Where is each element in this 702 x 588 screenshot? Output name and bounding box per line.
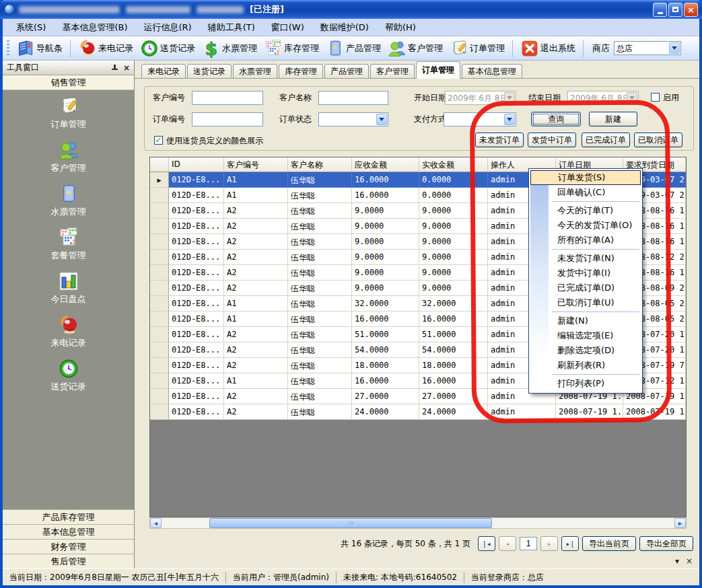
toolbar-call-log-button[interactable]: 来电记录 bbox=[75, 38, 136, 59]
cell-required-date[interactable]: 2008-07-19 1... bbox=[623, 404, 686, 420]
page-number-input[interactable] bbox=[520, 537, 537, 550]
sidebar-section-sales[interactable]: 销售管理 bbox=[3, 75, 134, 90]
cell-customer-name[interactable]: 伍华聪 bbox=[288, 219, 352, 234]
context-menu-item[interactable]: 已完成订单(D) bbox=[530, 281, 641, 295]
menu-item[interactable]: 窗口(W) bbox=[265, 20, 311, 35]
cell-customer-name[interactable]: 伍华聪 bbox=[288, 389, 352, 404]
cell-customer-name[interactable]: 伍华聪 bbox=[288, 234, 352, 250]
cell-received[interactable]: 0.0000 bbox=[419, 172, 488, 188]
cell-id[interactable]: 012D-E8... bbox=[169, 265, 224, 281]
sidebar-item-package-mgmt[interactable]: 套餐管理 bbox=[28, 227, 109, 262]
row-selector-cell[interactable]: ▶ bbox=[150, 281, 169, 296]
cell-received[interactable]: 32.0000 bbox=[419, 296, 488, 311]
shop-select[interactable]: 总店 bbox=[614, 41, 681, 55]
cell-customer-no[interactable]: A2 bbox=[224, 203, 288, 219]
column-header[interactable]: 实收金额 bbox=[419, 157, 488, 172]
cell-customer-name[interactable]: 伍华聪 bbox=[288, 281, 352, 296]
t[interactable]: 客户管理 bbox=[370, 64, 415, 78]
toolbar-customer-button[interactable]: 客户管理 bbox=[385, 38, 446, 59]
cell-received[interactable]: 54.0000 bbox=[419, 342, 488, 358]
cell-customer-no[interactable]: A2 bbox=[224, 404, 288, 420]
cell-receivable[interactable]: 9.0000 bbox=[352, 265, 419, 281]
cell-receivable[interactable]: 9.0000 bbox=[352, 203, 419, 219]
cell-receivable[interactable]: 51.0000 bbox=[352, 327, 419, 342]
cell-customer-no[interactable]: A2 bbox=[224, 234, 288, 250]
cell-received[interactable]: 0.0000 bbox=[419, 188, 488, 203]
scrollbar-track[interactable] bbox=[162, 518, 674, 528]
sidebar-section-button[interactable]: 财务管理 bbox=[3, 539, 134, 554]
cell-customer-name[interactable]: 伍华聪 bbox=[288, 327, 352, 342]
cell-id[interactable]: 012D-E8... bbox=[169, 281, 224, 296]
tab-close-icon[interactable]: × bbox=[686, 557, 693, 565]
cell-id[interactable]: 012D-E8... bbox=[169, 296, 224, 311]
cell-customer-no[interactable]: A2 bbox=[224, 281, 288, 296]
context-menu-item[interactable]: 刷新列表(R) bbox=[530, 358, 641, 373]
cell-receivable[interactable]: 9.0000 bbox=[352, 250, 419, 265]
cell-received[interactable]: 18.0000 bbox=[419, 358, 488, 373]
cell-received[interactable]: 9.0000 bbox=[419, 250, 488, 265]
cell-customer-no[interactable]: A2 bbox=[224, 219, 288, 234]
cell-received[interactable]: 9.0000 bbox=[419, 265, 488, 281]
cell-received[interactable]: 9.0000 bbox=[419, 203, 488, 219]
row-selector-cell[interactable]: ▶ bbox=[150, 265, 169, 281]
enable-date-checkbox[interactable] bbox=[651, 93, 660, 102]
customer-name-input[interactable] bbox=[318, 91, 388, 105]
cell-customer-name[interactable]: 伍华聪 bbox=[288, 296, 352, 311]
row-selector-cell[interactable]: ▶ bbox=[150, 389, 169, 404]
cell-id[interactable]: 012D-E8... bbox=[169, 188, 224, 203]
cell-customer-no[interactable]: A1 bbox=[224, 172, 288, 188]
query-button[interactable]: 查询 bbox=[531, 112, 581, 126]
cell-received[interactable]: 24.0000 bbox=[419, 404, 488, 420]
menu-item[interactable]: 运行信息(R) bbox=[137, 20, 198, 35]
end-date-picker[interactable]: 2009年 6月 8日 bbox=[567, 91, 639, 105]
cell-customer-no[interactable]: A2 bbox=[224, 265, 288, 281]
cell-receivable[interactable]: 16.0000 bbox=[352, 172, 419, 188]
cell-id[interactable]: 012D-E8... bbox=[169, 311, 224, 327]
menu-item[interactable]: 帮助(H) bbox=[378, 20, 423, 35]
order-no-input[interactable] bbox=[192, 112, 263, 126]
cell-receivable[interactable]: 16.0000 bbox=[352, 188, 419, 203]
menu-item[interactable]: 基本信息管理(B) bbox=[55, 20, 134, 35]
next-page-button[interactable]: ▸ bbox=[540, 536, 558, 551]
cell-customer-no[interactable]: A2 bbox=[224, 250, 288, 265]
context-menu-item[interactable]: 删除选定项(D) bbox=[530, 343, 641, 358]
sidebar-section-button[interactable]: 售后管理 bbox=[3, 554, 134, 568]
row-selector-cell[interactable]: ▶ bbox=[150, 404, 169, 420]
toolbar-water-ticket-button[interactable]: $ 水票管理 bbox=[199, 38, 260, 59]
cell-id[interactable]: 012D-E8... bbox=[169, 172, 224, 188]
cell-received[interactable]: 51.0000 bbox=[419, 327, 488, 342]
cell-receivable[interactable]: 18.0000 bbox=[352, 358, 419, 373]
t[interactable]: 水票管理 bbox=[233, 64, 277, 78]
cell-received[interactable]: 27.0000 bbox=[419, 389, 488, 404]
toolbar-grip[interactable] bbox=[7, 40, 9, 57]
horizontal-scrollbar[interactable]: ◂ ▸ bbox=[149, 517, 687, 529]
row-selector-cell[interactable]: ▶ bbox=[150, 311, 169, 327]
context-menu-item[interactable]: 新建(N) bbox=[530, 314, 641, 328]
cell-customer-no[interactable]: A2 bbox=[224, 327, 288, 342]
dropdown-arrow-icon[interactable] bbox=[504, 114, 515, 125]
dropdown-arrow-icon[interactable] bbox=[669, 42, 680, 54]
column-header[interactable]: ID bbox=[169, 157, 224, 172]
export-all-pages-button[interactable]: 导出全部页 bbox=[639, 536, 693, 551]
sidebar-section-button[interactable]: 产品库存管理 bbox=[3, 509, 134, 524]
row-selector-cell[interactable]: ▶ bbox=[150, 219, 169, 234]
row-selector-cell[interactable]: ▶ bbox=[150, 296, 169, 311]
completed-orders-button[interactable]: 已完成订单 bbox=[582, 133, 630, 147]
dropdown-arrow-icon[interactable] bbox=[376, 114, 387, 125]
cell-customer-name[interactable]: 伍华聪 bbox=[288, 250, 352, 265]
cell-customer-no[interactable]: A1 bbox=[224, 373, 288, 389]
t[interactable]: 产品管理 bbox=[324, 64, 369, 78]
cell-receivable[interactable]: 54.0000 bbox=[352, 342, 419, 358]
scrollbar-thumb[interactable] bbox=[209, 518, 492, 528]
row-selector-cell[interactable]: ▶ bbox=[150, 172, 169, 188]
cell-id[interactable]: 012D-E8... bbox=[169, 358, 224, 373]
cell-id[interactable]: 012D-E8... bbox=[169, 389, 224, 404]
row-selector-cell[interactable]: ▶ bbox=[150, 234, 169, 250]
order-status-select[interactable] bbox=[318, 112, 388, 126]
sidebar-item-water-ticket-mgmt[interactable]: 水票管理 bbox=[28, 183, 109, 218]
cell-customer-name[interactable]: 伍华聪 bbox=[288, 203, 352, 219]
column-header[interactable]: 客户名称 bbox=[288, 157, 352, 172]
row-selector-cell[interactable]: ▶ bbox=[150, 373, 169, 389]
context-menu-item[interactable]: 今天的发货订单(O) bbox=[530, 218, 641, 233]
cell-receivable[interactable]: 9.0000 bbox=[352, 234, 419, 250]
